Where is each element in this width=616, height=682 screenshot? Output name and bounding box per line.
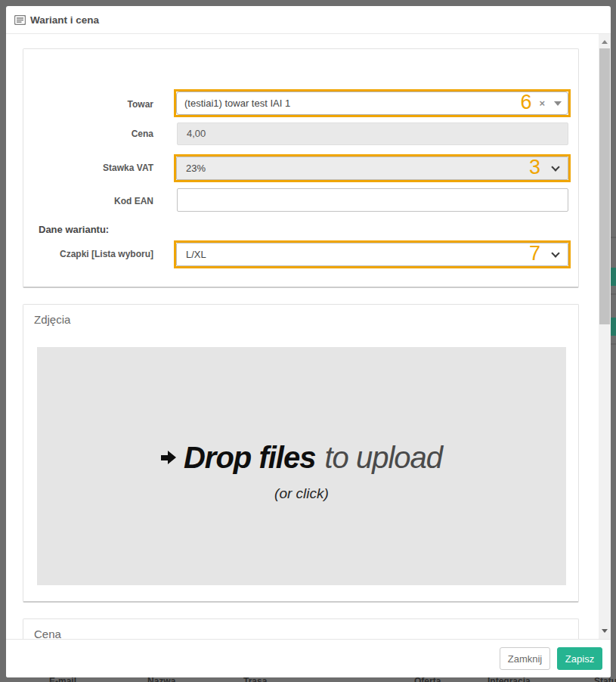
towar-selected-value: (testiai1) towar test IAI 1 <box>184 98 520 109</box>
stawka-vat-select[interactable]: 23% 3 <box>176 157 568 180</box>
chevron-down-icon[interactable] <box>554 101 562 106</box>
file-dropzone[interactable]: Drop files to upload (or click) <box>37 347 566 585</box>
modal-scrollbar[interactable] <box>599 34 611 639</box>
background-row-divider <box>610 237 616 238</box>
dropzone-hint-text: (or click) <box>274 485 329 502</box>
background-table-edge <box>610 6 616 677</box>
background-column-header: Nazwa <box>147 677 175 682</box>
towar-label: Towar <box>23 99 153 110</box>
photos-card: Zdjęcia Drop files to upload (or click) <box>23 304 579 603</box>
background-status-badge <box>610 268 616 286</box>
czapki-selected-value: L/XL <box>186 249 529 260</box>
list-alt-icon <box>14 15 26 25</box>
variant-form-card: Towar (testiai1) towar test IAI 1 6 × Ce… <box>23 48 579 288</box>
background-row-divider <box>610 293 616 295</box>
vat-highlight-frame: 23% 3 <box>174 154 571 182</box>
modal-header: Wariant i cena <box>6 6 611 34</box>
scrollbar-thumb[interactable] <box>599 48 610 324</box>
czapki-label: Czapki [Lista wyboru] <box>23 249 153 259</box>
modal-title: Wariant i cena <box>30 14 99 26</box>
background-status-badge <box>610 318 616 336</box>
background-column-header: Oferta <box>414 677 441 682</box>
background-column-header: Trasa <box>243 677 267 682</box>
background-column-header: Integracja <box>488 677 531 682</box>
czapki-select[interactable]: L/XL 7 <box>176 243 568 266</box>
dropzone-emphasis-text: Drop files <box>184 441 315 475</box>
kod-ean-label: Kod EAN <box>23 196 153 206</box>
variant-price-modal: Wariant i cena Towar (testiai1) towar te… <box>6 6 611 677</box>
save-button[interactable]: Zapisz <box>557 647 602 670</box>
scroll-down-arrow-icon[interactable] <box>602 629 608 633</box>
arrow-right-icon <box>161 449 178 467</box>
price-heading: Cena <box>34 628 61 639</box>
towar-select[interactable]: (testiai1) towar test IAI 1 6 × <box>176 91 568 115</box>
modal-footer: Zamknij Zapisz <box>6 639 611 677</box>
price-card: Cena <box>23 618 579 639</box>
stawka-vat-selected-value: 23% <box>186 163 529 174</box>
background-column-header: Status <box>594 677 616 682</box>
step-badge-3: 3 <box>529 157 540 178</box>
close-button[interactable]: Zamknij <box>500 647 550 670</box>
dropzone-suffix-text: to upload <box>324 441 442 475</box>
cena-input-disabled: 4,00 <box>177 122 568 145</box>
kod-ean-input[interactable] <box>177 188 568 212</box>
modal-body: Towar (testiai1) towar test IAI 1 6 × Ce… <box>6 34 599 639</box>
scroll-up-arrow-icon[interactable] <box>602 40 608 44</box>
dropzone-main-line: Drop files to upload <box>161 441 442 475</box>
step-badge-7: 7 <box>529 243 540 264</box>
cena-label: Cena <box>23 129 153 139</box>
background-table-header-row: E-mail Nazwa Trasa Oferta Integracja Sta… <box>0 677 616 682</box>
towar-highlight-frame: (testiai1) towar test IAI 1 6 × <box>174 89 571 117</box>
step-badge-6: 6 <box>520 92 531 113</box>
chevron-down-icon[interactable] <box>551 249 559 257</box>
background-row-divider <box>610 343 616 345</box>
stawka-vat-label: Stawka VAT <box>23 163 153 173</box>
dane-wariantu-heading: Dane wariantu: <box>39 224 109 235</box>
czapki-highlight-frame: L/XL 7 <box>174 240 571 268</box>
background-column-header: E-mail <box>49 677 76 682</box>
photos-heading: Zdjęcia <box>34 313 70 326</box>
clear-selection-icon[interactable]: × <box>539 98 545 109</box>
chevron-down-icon[interactable] <box>551 163 559 171</box>
